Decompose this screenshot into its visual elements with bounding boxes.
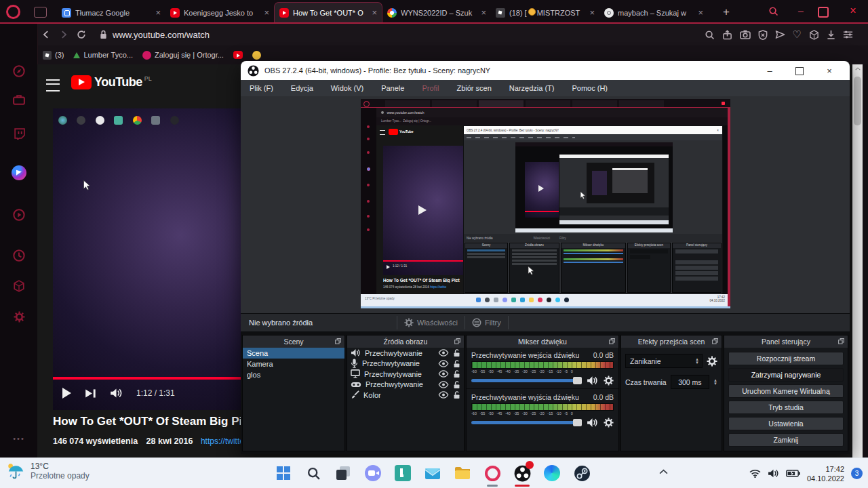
- bookmark-heart-icon[interactable]: ♡: [793, 28, 802, 41]
- video-progress-bar[interactable]: [53, 377, 241, 380]
- settings-gear-icon[interactable]: [11, 308, 27, 325]
- studio-mode-button[interactable]: Tryb studia: [728, 401, 844, 414]
- channel-gear-icon[interactable]: [604, 418, 614, 428]
- lock-icon[interactable]: [453, 359, 460, 368]
- gx-corner-icon[interactable]: [11, 92, 27, 108]
- window-maximize-button[interactable]: [818, 7, 829, 18]
- volume-tray-icon[interactable]: [768, 469, 779, 478]
- bookmark-youtube[interactable]: [233, 51, 243, 59]
- l-app-icon[interactable]: [393, 463, 413, 483]
- stop-recording-button[interactable]: Zatrzymaj nagrywanie: [728, 368, 844, 382]
- obs-minimize-button[interactable]: –: [755, 66, 785, 76]
- tab-mistrzost[interactable]: (18) [MISTRZOST×: [491, 3, 599, 22]
- dock-popout-icon[interactable]: [609, 338, 615, 344]
- file-explorer-icon[interactable]: [452, 463, 473, 483]
- eye-icon[interactable]: [438, 349, 449, 357]
- bookmark-roblox[interactable]: (3): [43, 51, 64, 60]
- scene-item-scena[interactable]: Scena: [243, 348, 344, 359]
- menu-panele[interactable]: Panele: [372, 84, 413, 92]
- tab-how-to-get-out[interactable]: How To Get *OUT* O×: [274, 2, 382, 22]
- obs-close-button[interactable]: ×: [814, 66, 844, 76]
- start-button[interactable]: [273, 463, 294, 483]
- lock-icon[interactable]: [453, 369, 460, 378]
- dock-popout-icon[interactable]: [335, 338, 341, 344]
- teams-chat-icon[interactable]: [363, 463, 383, 483]
- menu-edycja[interactable]: Edycja: [282, 84, 322, 92]
- steam-icon[interactable]: [572, 463, 592, 483]
- tray-chevron-icon[interactable]: [659, 469, 668, 474]
- start-stream-button[interactable]: Rozpocznij stream: [728, 352, 844, 365]
- settings-button[interactable]: Ustawienia: [728, 417, 844, 430]
- youtube-sidebar-icon[interactable]: [11, 207, 27, 223]
- bookmark-ortograf[interactable]: Zaloguj się | Ortogr...: [142, 51, 224, 60]
- duration-spinner[interactable]: 300 ms: [671, 375, 709, 389]
- eye-icon[interactable]: [438, 391, 449, 399]
- tab-maybach[interactable]: maybach – Szukaj w×: [599, 3, 708, 22]
- task-view-button[interactable]: [333, 463, 353, 483]
- volume-icon[interactable]: [110, 388, 123, 399]
- scene-item-glos[interactable]: glos: [243, 369, 344, 380]
- volume-slider-knob[interactable]: [573, 419, 582, 426]
- tab-tiling-icon[interactable]: [34, 7, 47, 18]
- volume-slider[interactable]: [471, 379, 581, 382]
- menu-narzedzia[interactable]: Narzędzia (T): [500, 84, 564, 92]
- reload-button[interactable]: [73, 30, 90, 39]
- menu-plik[interactable]: Plik (F): [241, 84, 282, 92]
- wifi-icon[interactable]: [749, 469, 761, 478]
- tab-close-icon[interactable]: ×: [264, 8, 269, 17]
- virtual-camera-button[interactable]: Uruchom Kamerę Wirtualną: [728, 384, 844, 398]
- menu-pomoc[interactable]: Pomoc (H): [563, 84, 616, 92]
- lock-icon[interactable]: [453, 348, 460, 357]
- eye-icon[interactable]: [438, 370, 449, 378]
- source-row-color[interactable]: Kolor: [347, 390, 464, 401]
- extensions-icon[interactable]: [11, 278, 27, 294]
- dock-popout-icon[interactable]: [712, 338, 718, 344]
- menu-zbior-scen[interactable]: Zbiór scen: [448, 84, 500, 92]
- obs-display-capture-preview[interactable]: www.youtube.com/watch Lumber Tyco... Zal…: [361, 99, 730, 308]
- tab-wyns2022id[interactable]: WYNS2022ID – Szuk×: [382, 3, 491, 22]
- twitch-icon[interactable]: [11, 125, 27, 142]
- description-link[interactable]: https://twitte: [201, 436, 241, 446]
- https-lock-icon[interactable]: [100, 30, 107, 39]
- obs-maximize-button[interactable]: [785, 66, 814, 76]
- extensions-cube-icon[interactable]: [809, 30, 819, 40]
- lock-icon[interactable]: [453, 390, 460, 399]
- tab-tlumacz-google[interactable]: Tłumacz Google×: [57, 3, 165, 22]
- obs-title-bar[interactable]: OBS 27.2.4 (64-bit, windows) - Profile: …: [241, 61, 850, 80]
- youtube-logo[interactable]: YouTube PL: [71, 75, 152, 89]
- adblock-shield-icon[interactable]: [758, 30, 768, 40]
- tab-koenigsegg[interactable]: Koenigsegg Jesko to×: [165, 3, 274, 22]
- address-bar[interactable]: www.youtube.com/watch: [113, 30, 210, 40]
- obs-taskbar-icon[interactable]: [512, 463, 532, 483]
- next-icon[interactable]: [85, 388, 96, 399]
- share-icon[interactable]: [722, 30, 732, 40]
- volume-slider-knob[interactable]: [573, 377, 582, 384]
- taskbar-clock[interactable]: 17:42 04.10.2022: [807, 464, 844, 483]
- scene-item-kamera[interactable]: Kamera: [243, 359, 344, 369]
- play-icon[interactable]: [62, 388, 71, 399]
- eye-icon[interactable]: [438, 381, 449, 388]
- tab-close-icon[interactable]: ×: [155, 8, 161, 17]
- source-row-audio-output[interactable]: Przechwytywanie: [347, 348, 464, 359]
- filters-button[interactable]: Filtry: [472, 318, 501, 327]
- bookmark-lumber-tycoon[interactable]: Lumber Tyco...: [73, 51, 133, 59]
- speed-dial-icon[interactable]: [11, 63, 27, 79]
- mute-speaker-icon[interactable]: [587, 418, 598, 428]
- flow-send-icon[interactable]: [775, 30, 785, 39]
- page-scrollbar[interactable]: [852, 64, 863, 458]
- window-close-button[interactable]: ×: [843, 5, 863, 17]
- exit-button[interactable]: Zamknij: [728, 433, 844, 447]
- mail-icon[interactable]: [422, 463, 443, 483]
- mute-speaker-icon[interactable]: [587, 375, 598, 386]
- sidebar-more-icon[interactable]: •••: [11, 430, 27, 447]
- tab-close-icon[interactable]: ×: [481, 8, 486, 17]
- history-icon[interactable]: [11, 247, 27, 264]
- scroll-up-icon[interactable]: [855, 67, 861, 70]
- dock-popout-icon[interactable]: [454, 338, 460, 344]
- settings-sliders-icon[interactable]: [843, 30, 853, 39]
- bookmark-emoji[interactable]: [252, 51, 261, 60]
- volume-slider[interactable]: [471, 421, 581, 424]
- opera-logo-icon[interactable]: [6, 5, 20, 19]
- source-row-mic[interactable]: Przechwytywanie: [347, 359, 464, 369]
- tab-close-icon[interactable]: ×: [589, 8, 595, 17]
